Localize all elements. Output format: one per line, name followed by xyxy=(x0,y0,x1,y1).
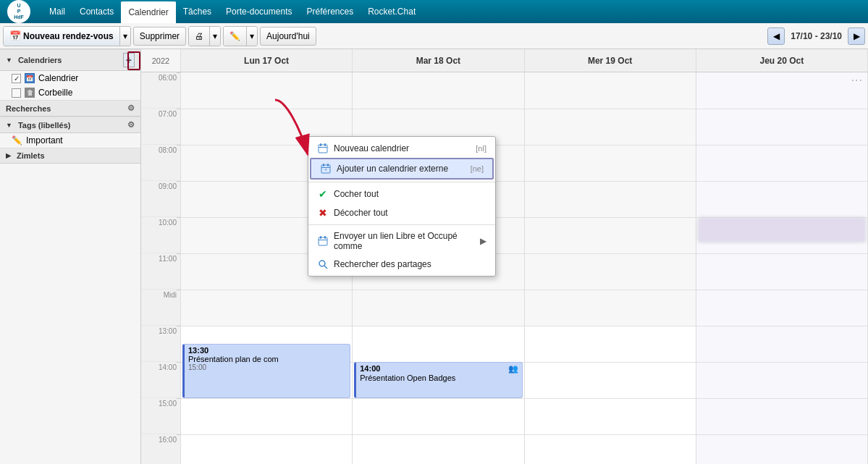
nav-contacts[interactable]: Contacts xyxy=(72,0,121,23)
zimlets-label: Zimlets xyxy=(17,151,45,160)
event-time-1400: 14:00 xyxy=(360,364,380,373)
logo: UPHdF xyxy=(3,0,35,25)
today-button[interactable]: Aujourd'hui xyxy=(260,27,316,46)
check-green-icon: ✔ xyxy=(317,188,329,200)
zimlets-section-header[interactable]: ▶ Zimlets xyxy=(0,148,140,164)
delete-button[interactable]: Supprimer xyxy=(133,27,186,46)
nav-preferences[interactable]: Préférences xyxy=(299,0,361,23)
menu-item-ajouter-externe[interactable]: + Ajouter un calendrier externe [ne] xyxy=(310,158,494,180)
hour-line-mon-6 xyxy=(181,290,352,290)
menu-item-nouveau-calendrier[interactable]: Nouveau calendrier [nl] xyxy=(308,139,495,158)
dots-indicator: ··· xyxy=(851,74,863,87)
menu-item-envoyer-lien[interactable]: Envoyer un lien Libre et Occupé comme ▶ xyxy=(308,227,495,255)
day-headers: 2022 Lun 17 Oct Mar 18 Oct Mer 19 Oct Je… xyxy=(141,49,868,72)
sidebar-item-corbeille[interactable]: 🗑 Corbeille xyxy=(0,85,140,100)
day-header-0: Lun 17 Oct xyxy=(181,49,353,72)
svg-rect-0 xyxy=(319,145,327,153)
time-slot-1000: 10:00 xyxy=(141,217,180,253)
menu-shortcut-nl: [nl] xyxy=(476,144,486,153)
hour-line-tue-1 xyxy=(353,109,523,109)
svg-rect-2 xyxy=(320,143,321,146)
menu-label-rechercher-partages: Rechercher des partages xyxy=(334,259,431,269)
calendars-add-icon[interactable]: + xyxy=(123,53,135,67)
recherches-section-header[interactable]: Recherches ⚙ xyxy=(0,100,140,117)
time-slot-800: 08:00 xyxy=(141,145,180,181)
week-range-label: 17/10 - 23/10 xyxy=(788,31,845,41)
sidebar-item-important[interactable]: ✏️ Important xyxy=(0,133,140,148)
tags-gear-icon[interactable]: ⚙ xyxy=(127,120,135,130)
nav-taches[interactable]: Tâches xyxy=(176,0,219,23)
hour-line-wed-9 xyxy=(525,398,696,399)
calendar-item-label: Calendrier xyxy=(38,73,78,83)
tags-label: Tags (libellés) xyxy=(18,121,71,130)
calendar-checkbox[interactable]: ✓ xyxy=(12,74,21,83)
sidebar-item-calendar[interactable]: ✓ 📅 Calendrier xyxy=(0,71,140,85)
menu-item-cocher-tout[interactable]: ✔ Cocher tout xyxy=(308,185,495,203)
action-group: ✏️ ▾ xyxy=(223,26,258,46)
logo-circle: UPHdF xyxy=(7,0,30,23)
print-button[interactable]: 🖨 xyxy=(189,27,209,46)
hour-line-wed-3 xyxy=(525,181,696,182)
time-slot-1400: 14:00 xyxy=(141,362,180,398)
time-slot-900: 09:00 xyxy=(141,181,180,217)
corbeille-label: Corbeille xyxy=(38,88,72,98)
menu-sep-1 xyxy=(308,182,495,182)
sidebar: ▼ Calendriers + ✓ 📅 Calendrier 🗑 Corbeil… xyxy=(0,49,141,464)
nav-calendrier[interactable]: Calendrier xyxy=(121,0,175,23)
svg-rect-11 xyxy=(320,236,321,239)
new-appointment-group: 📅 Nouveau rendez-vous ▾ xyxy=(3,26,131,46)
next-week-button[interactable]: ▶ xyxy=(848,28,865,45)
event-time-1330: 13:30 xyxy=(188,346,346,355)
week-navigation: ◀ 17/10 - 23/10 ▶ xyxy=(767,28,865,45)
time-slot-1100: 11:00 xyxy=(141,253,180,290)
blurred-event-thu xyxy=(698,217,866,242)
menu-item-rechercher-partages[interactable]: Rechercher des partages xyxy=(308,255,495,274)
action-button[interactable]: ✏️ xyxy=(224,27,246,46)
hour-line-tue-9 xyxy=(353,398,523,399)
menu-sep-2 xyxy=(308,224,495,225)
logo-text: UPHdF xyxy=(14,3,24,20)
event-title-plan: Présentation plan de com xyxy=(188,355,346,363)
day-col-thu[interactable]: ··· xyxy=(696,72,868,464)
svg-point-13 xyxy=(319,261,325,266)
hour-line-mon-10 xyxy=(181,434,352,435)
prev-week-button[interactable]: ◀ xyxy=(767,28,785,45)
time-slot-1500: 15:00 xyxy=(141,398,180,434)
event-title-badges: Présentation Open Badges xyxy=(360,374,518,382)
hour-line-wed-2 xyxy=(525,145,696,145)
menu-label-nouveau-calendrier: Nouveau calendrier xyxy=(334,143,409,153)
svg-rect-3 xyxy=(324,143,326,146)
calendar-area: 2022 Lun 17 Oct Mar 18 Oct Mer 19 Oct Je… xyxy=(141,49,868,464)
event-open-badges[interactable]: 14:00 👥 Présentation Open Badges xyxy=(354,362,522,398)
new-appointment-dropdown[interactable]: ▾ xyxy=(119,27,130,46)
action-dropdown[interactable]: ▾ xyxy=(246,27,257,46)
x-red-icon: ✖ xyxy=(317,207,329,219)
svg-rect-7 xyxy=(327,164,329,166)
event-subtitle-1500: 15:00 xyxy=(188,363,346,371)
nav-porte-documents[interactable]: Porte-documents xyxy=(219,0,299,23)
tags-triangle: ▼ xyxy=(6,122,12,129)
hour-line-thu-1 xyxy=(696,109,867,109)
svg-line-14 xyxy=(324,266,327,269)
recherches-gear-icon[interactable]: ⚙ xyxy=(127,104,135,113)
print-dropdown[interactable]: ▾ xyxy=(209,27,220,46)
hour-line-thu-5 xyxy=(696,253,867,254)
hour-line-thu-8 xyxy=(696,362,867,363)
hour-line-thu-9 xyxy=(696,398,867,399)
corbeille-checkbox[interactable] xyxy=(12,88,21,98)
nav-mail[interactable]: Mail xyxy=(42,0,72,23)
event-presentation-plan[interactable]: 13:30 Présentation plan de com 15:00 xyxy=(182,344,350,398)
calendars-section-header[interactable]: ▼ Calendriers + xyxy=(0,49,140,71)
hour-line-wed-8 xyxy=(525,362,696,363)
hour-line-wed-4 xyxy=(525,217,696,218)
new-appointment-button[interactable]: 📅 Nouveau rendez-vous xyxy=(4,27,119,46)
tags-section-header[interactable]: ▼ Tags (libellés) ⚙ xyxy=(0,117,140,133)
calendar-new-icon xyxy=(317,143,329,154)
today-label: Aujourd'hui xyxy=(266,31,310,41)
day-header-2: Mer 19 Oct xyxy=(525,49,696,72)
nav-rocket-chat[interactable]: Rocket.Chat xyxy=(361,0,423,23)
menu-item-decocher-tout[interactable]: ✖ Décocher tout xyxy=(308,203,495,222)
calendars-label: Calendriers xyxy=(18,56,62,64)
svg-text:+: + xyxy=(324,167,327,172)
day-col-wed[interactable] xyxy=(525,72,696,464)
